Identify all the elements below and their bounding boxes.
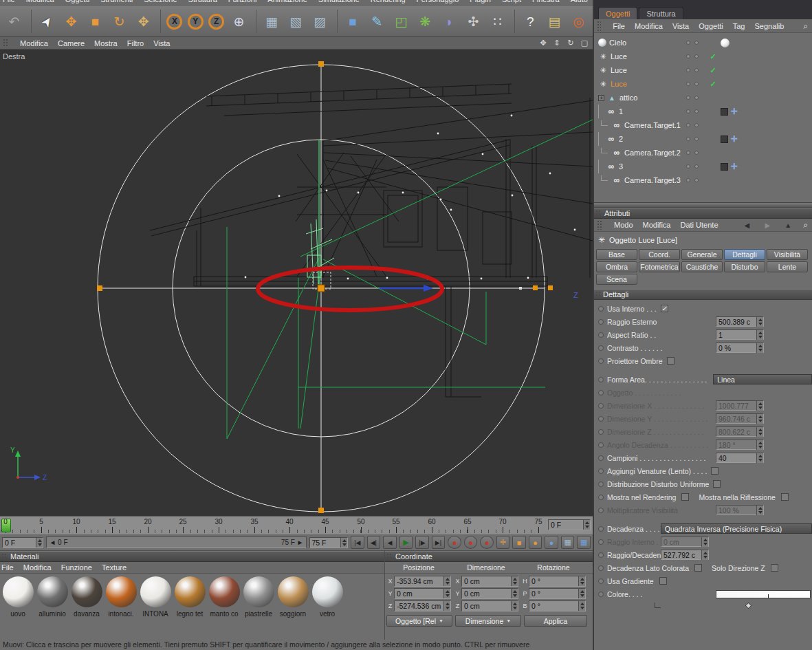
position-x-field[interactable]: -353.94 cm [394, 576, 451, 587]
gradient-expand-icon[interactable] [655, 603, 661, 608]
anim-dot[interactable] [598, 455, 604, 461]
viewport-menu-mostra[interactable]: Mostra [94, 39, 118, 47]
search-icon[interactable]: ⌕ [803, 220, 812, 230]
menu-funzioni[interactable]: Funzioni [228, 0, 257, 3]
color-gradient-bar[interactable] [716, 590, 811, 598]
panel-grip[interactable] [386, 553, 392, 560]
position-z-field[interactable]: -5274.536 cm [394, 600, 451, 611]
render-region-button[interactable]: ▧ [285, 8, 307, 34]
materials-header[interactable]: Materiali [0, 551, 384, 562]
panel-grip[interactable] [1, 553, 7, 560]
rotate-view-icon[interactable]: ↻ [565, 39, 576, 48]
menu-selezione[interactable]: Selezione [144, 0, 177, 3]
lock-x-button[interactable]: X [165, 8, 184, 34]
attributes-header[interactable]: Attributi [594, 208, 812, 219]
panel-splitter[interactable] [594, 202, 812, 208]
tab-ombra[interactable]: Ombra [596, 261, 637, 272]
material-item[interactable]: intonaci. [105, 576, 138, 618]
panel-grip[interactable] [597, 21, 601, 31]
pan-view-icon[interactable]: ✥ [538, 39, 549, 48]
tab-lente[interactable]: Lente [767, 261, 808, 272]
zoom-view-icon[interactable]: ⇕ [551, 39, 562, 48]
layer-toggle-dots[interactable] [686, 68, 705, 72]
position-y-field[interactable]: 0 cm [394, 588, 451, 599]
mostra-riflessione-checkbox[interactable] [781, 493, 789, 501]
om-menu-file[interactable]: File [613, 22, 625, 30]
rotation-b-field[interactable]: 0 ° [529, 600, 586, 611]
menu-animazione[interactable]: Animazione [267, 0, 307, 3]
size-mode-dropdown[interactable]: Dimensione▼ [455, 615, 521, 627]
object-row-cielo[interactable]: Cielo [594, 36, 812, 50]
materials-menu-modifica[interactable]: Modifica [23, 563, 52, 572]
layer-toggle-dots[interactable] [686, 164, 705, 169]
help-button[interactable]: ? [519, 8, 542, 34]
key-pla-button[interactable]: ▦ [561, 536, 575, 549]
gradient-knot-icon[interactable] [745, 602, 752, 609]
anim-dot[interactable] [598, 526, 604, 532]
decadenza-lato-checkbox[interactable] [694, 564, 702, 572]
coordinates-manager-button[interactable]: ◎ [567, 8, 590, 34]
render-view-button[interactable]: ▦ [261, 8, 283, 34]
prev-key-button[interactable]: ◀| [367, 536, 381, 549]
rotation-h-field[interactable]: 0 ° [529, 576, 586, 587]
add-primitive-button[interactable]: ■ [342, 8, 364, 34]
anim-dot[interactable] [598, 552, 604, 558]
tab-caustiche[interactable]: Caustiche [681, 261, 723, 272]
menu-plugin[interactable]: Plugin [470, 0, 491, 3]
stepper[interactable] [36, 538, 43, 548]
tab-oggetti[interactable]: Oggetti [598, 7, 637, 19]
menu-strumenti[interactable]: Strumenti [100, 0, 133, 3]
timeline-window-button[interactable]: ▦ [577, 536, 591, 549]
expand-icon[interactable]: + [598, 95, 604, 101]
generator-button[interactable]: ◰ [390, 8, 413, 34]
anim-dot[interactable] [598, 306, 604, 312]
tab-visibilita[interactable]: Visibilità [767, 249, 808, 260]
panel-grip[interactable] [3, 39, 8, 47]
stepper[interactable] [340, 538, 347, 548]
dimension-y-field[interactable]: 0 cm [461, 588, 518, 599]
om-menu-vista[interactable]: Vista [672, 22, 689, 30]
menu-simulazione[interactable]: Simulazione [318, 0, 360, 3]
record-options-button[interactable]: ● [480, 536, 494, 549]
live-selection-button[interactable]: ➤ [36, 8, 58, 34]
layer-toggle-dots[interactable] [686, 96, 705, 100]
object-row-luce-2[interactable]: ✳Luce ✓ [594, 63, 812, 77]
target-tag-icon[interactable]: ✛ [731, 107, 738, 116]
autokey-button[interactable]: ● [464, 536, 478, 549]
key-position-button[interactable]: ✛ [496, 536, 510, 549]
materials-menu-funzione[interactable]: Funzione [61, 563, 92, 572]
decadenza-dropdown[interactable]: Quadrata Inversa (Precisione Fisica) [661, 523, 812, 534]
history-back-icon[interactable]: ◀ [741, 221, 752, 229]
layer-toggle-dots[interactable] [686, 151, 705, 155]
section-header-dettagli[interactable]: Dettagli [594, 289, 812, 300]
anim-dot[interactable] [598, 578, 604, 584]
viewport-menu-camere[interactable]: Camere [58, 39, 85, 47]
prev-frame-button[interactable]: ◀ [383, 536, 397, 549]
tab-fotometrica[interactable]: Fotometrica [639, 261, 680, 272]
browser-button[interactable]: ▤ [543, 8, 566, 34]
dimension-x-field[interactable]: 0 cm [461, 576, 518, 587]
array-button[interactable]: ❋ [414, 8, 437, 34]
material-item[interactable]: vetro [311, 576, 344, 618]
search-icon[interactable]: ⌕ [803, 21, 812, 31]
key-scale-button[interactable]: ■ [512, 536, 526, 549]
solo-direzione-z-checkbox[interactable] [771, 564, 778, 572]
layer-toggle-dots[interactable] [686, 137, 705, 141]
menu-file[interactable]: File [3, 0, 15, 3]
record-keyframe-button[interactable]: ● [448, 536, 461, 549]
object-row-camera-1[interactable]: ∞1 ✛ [594, 105, 812, 118]
enabled-check-icon[interactable]: ✓ [705, 52, 721, 61]
material-item[interactable]: soggiorn [276, 576, 309, 618]
material-item[interactable]: davanza [70, 576, 103, 618]
ruler-frame-field[interactable]: 0 F [548, 519, 591, 530]
anim-dot[interactable] [598, 592, 604, 597]
expression-tag-icon[interactable] [721, 136, 728, 143]
om-menu-tag[interactable]: Tag [733, 22, 745, 30]
raggio-decadenza-field[interactable]: 527.792 c [661, 550, 709, 560]
render-settings-button[interactable]: ▨ [309, 8, 331, 34]
materials-menu-texture[interactable]: Texture [102, 563, 127, 572]
distribuzione-disturbo-checkbox[interactable] [713, 480, 721, 488]
object-row-luce-selected[interactable]: ✳Luce ✓ [594, 77, 812, 91]
toggle-view-icon[interactable]: ▢ [579, 39, 590, 48]
tab-disturbo[interactable]: Disturbo [724, 261, 765, 272]
